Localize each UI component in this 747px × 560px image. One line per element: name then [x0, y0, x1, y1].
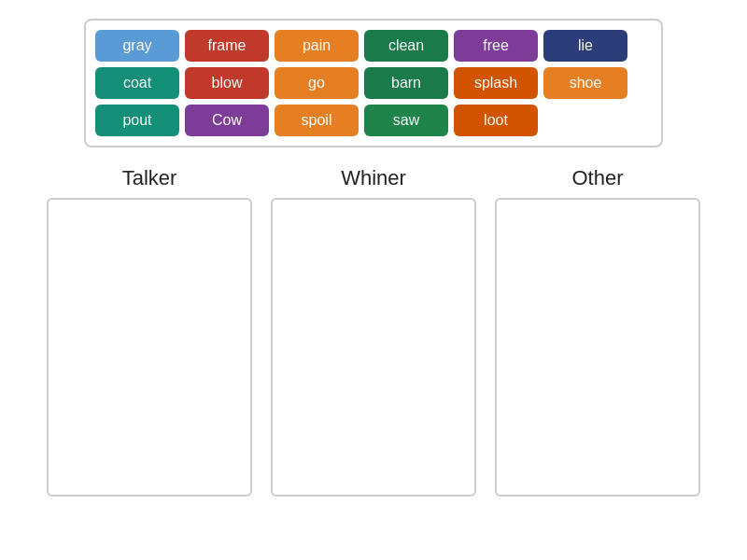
word-chip-free[interactable]: free [454, 30, 538, 62]
word-chip-frame[interactable]: frame [185, 30, 269, 62]
word-chip-barn[interactable]: barn [364, 67, 448, 99]
category-box-whiner[interactable] [271, 198, 476, 497]
word-chip-blow[interactable]: blow [185, 67, 269, 99]
word-chip-saw[interactable]: saw [364, 105, 448, 136]
word-chip-pain[interactable]: pain [275, 30, 359, 62]
word-chip-gray[interactable]: gray [95, 30, 179, 62]
category-label-whiner: Whiner [341, 166, 406, 190]
category-other: Other [495, 166, 700, 497]
word-chip-shoe[interactable]: shoe [543, 67, 627, 99]
word-chip-coat[interactable]: coat [95, 67, 179, 99]
word-chip-lie[interactable]: lie [543, 30, 627, 62]
word-row-2: poutCowspoilsawloot [95, 105, 652, 136]
category-box-talker[interactable] [47, 198, 252, 497]
category-talker: Talker [47, 166, 252, 497]
category-label-other: Other [571, 166, 623, 190]
word-chip-cow[interactable]: Cow [185, 105, 269, 136]
word-row-1: coatblowgobarnsplashshoe [95, 67, 652, 99]
word-chip-spoil[interactable]: spoil [275, 105, 359, 136]
main-container: grayframepaincleanfreeliecoatblowgobarns… [0, 0, 747, 515]
category-whiner: Whiner [271, 166, 476, 497]
categories-container: TalkerWhinerOther [47, 166, 700, 497]
word-chip-clean[interactable]: clean [364, 30, 448, 62]
category-label-talker: Talker [122, 166, 177, 190]
word-chip-splash[interactable]: splash [454, 67, 538, 99]
word-chip-go[interactable]: go [275, 67, 359, 99]
word-chip-loot[interactable]: loot [454, 105, 538, 136]
word-chip-pout[interactable]: pout [95, 105, 179, 136]
word-bank: grayframepaincleanfreeliecoatblowgobarns… [84, 19, 663, 147]
category-box-other[interactable] [495, 198, 700, 497]
word-row-0: grayframepaincleanfreelie [95, 30, 652, 62]
